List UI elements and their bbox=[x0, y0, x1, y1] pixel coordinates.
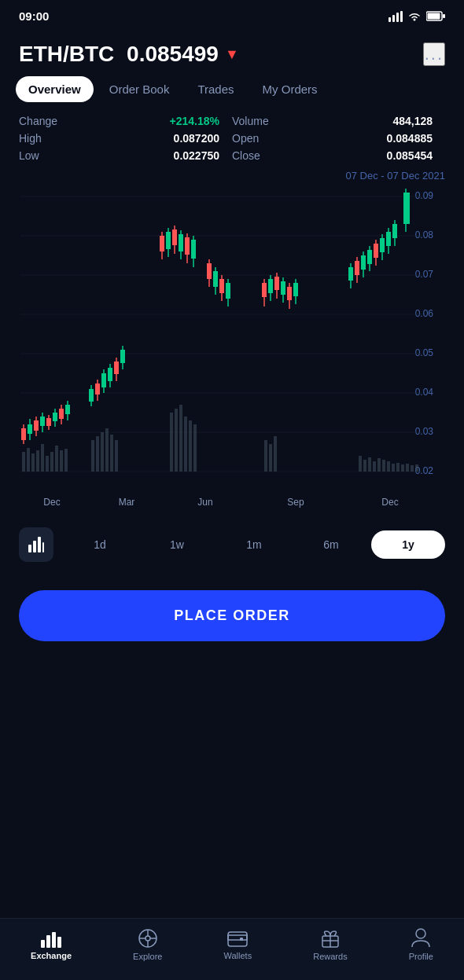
place-order-button[interactable]: PLACE ORDER bbox=[19, 590, 445, 641]
nav-explore[interactable]: Explore bbox=[133, 928, 162, 961]
status-icons bbox=[389, 11, 445, 22]
svg-rect-1 bbox=[392, 15, 395, 22]
svg-rect-107 bbox=[219, 279, 224, 293]
bottom-nav: Exchange Explore Wallets Rewards bbox=[0, 918, 464, 980]
svg-rect-161 bbox=[240, 938, 243, 941]
svg-rect-63 bbox=[21, 428, 26, 440]
svg-text:Sep: Sep bbox=[287, 497, 304, 508]
stat-volume: Volume 484,128 bbox=[232, 115, 445, 127]
pair-price[interactable]: ETH/BTC 0.085499 ▼ bbox=[19, 42, 239, 67]
svg-rect-33 bbox=[64, 449, 68, 472]
svg-rect-73 bbox=[53, 413, 57, 421]
time-btn-1w[interactable]: 1w bbox=[140, 530, 214, 559]
tab-trades[interactable]: Trades bbox=[185, 76, 246, 102]
signal-icon bbox=[389, 11, 403, 22]
svg-rect-51 bbox=[368, 457, 371, 472]
svg-rect-91 bbox=[160, 236, 164, 251]
svg-rect-26 bbox=[31, 453, 35, 472]
status-bar: 09:00 bbox=[0, 0, 464, 29]
svg-rect-89 bbox=[120, 350, 125, 363]
nav-exchange-label: Exchange bbox=[31, 951, 72, 960]
svg-rect-137 bbox=[392, 224, 397, 238]
svg-text:Mar: Mar bbox=[119, 497, 135, 508]
svg-rect-95 bbox=[172, 229, 177, 245]
pair-label: ETH/BTC 0.085499 bbox=[19, 42, 219, 67]
svg-rect-135 bbox=[386, 232, 391, 246]
stat-change: Change +214.18% bbox=[19, 115, 232, 127]
nav-wallets-label: Wallets bbox=[224, 951, 252, 960]
header: ETH/BTC 0.085499 ▼ ... bbox=[0, 29, 464, 76]
nav-profile[interactable]: Profile bbox=[409, 928, 433, 961]
nav-profile-label: Profile bbox=[409, 952, 433, 961]
svg-rect-59 bbox=[406, 464, 409, 472]
svg-rect-36 bbox=[101, 432, 104, 472]
svg-rect-105 bbox=[213, 271, 218, 287]
svg-rect-56 bbox=[392, 464, 395, 472]
svg-rect-32 bbox=[60, 450, 63, 472]
svg-rect-131 bbox=[374, 244, 378, 258]
svg-rect-30 bbox=[50, 452, 53, 472]
svg-text:0.06: 0.06 bbox=[415, 308, 434, 319]
rewards-icon bbox=[320, 928, 341, 949]
chart-date: 07 Dec - 07 Dec 2021 bbox=[0, 170, 464, 182]
svg-rect-151 bbox=[52, 932, 56, 948]
battery-icon bbox=[426, 11, 445, 21]
svg-rect-77 bbox=[65, 405, 70, 414]
time-btn-6m[interactable]: 6m bbox=[294, 530, 368, 559]
svg-rect-31 bbox=[55, 446, 58, 472]
svg-rect-24 bbox=[22, 452, 25, 472]
nav-rewards[interactable]: Rewards bbox=[313, 928, 347, 961]
wallets-icon bbox=[227, 929, 248, 948]
svg-rect-152 bbox=[57, 937, 61, 948]
svg-rect-145 bbox=[28, 545, 31, 552]
svg-rect-54 bbox=[382, 460, 385, 472]
svg-rect-45 bbox=[193, 424, 197, 472]
chart-type-button[interactable] bbox=[19, 527, 53, 562]
svg-rect-2 bbox=[396, 13, 399, 22]
svg-rect-101 bbox=[191, 240, 196, 259]
svg-rect-69 bbox=[40, 417, 45, 426]
svg-rect-34 bbox=[91, 440, 94, 472]
exchange-icon bbox=[40, 929, 62, 948]
svg-rect-6 bbox=[428, 13, 440, 20]
svg-rect-117 bbox=[281, 281, 285, 295]
svg-rect-37 bbox=[105, 428, 109, 472]
svg-rect-83 bbox=[101, 373, 106, 387]
svg-rect-109 bbox=[226, 283, 230, 299]
svg-rect-39 bbox=[115, 440, 118, 472]
svg-text:0.07: 0.07 bbox=[415, 269, 434, 280]
tab-myorders[interactable]: My Orders bbox=[250, 76, 330, 102]
tab-orderbook[interactable]: Order Book bbox=[97, 76, 182, 102]
svg-point-154 bbox=[145, 936, 150, 941]
svg-rect-103 bbox=[207, 263, 212, 279]
tab-overview[interactable]: Overview bbox=[16, 76, 94, 102]
time: 09:00 bbox=[19, 9, 49, 23]
svg-rect-111 bbox=[262, 283, 267, 297]
svg-rect-67 bbox=[34, 420, 39, 431]
more-button[interactable]: ... bbox=[423, 42, 445, 66]
svg-rect-85 bbox=[108, 368, 112, 381]
time-btn-1m[interactable]: 1m bbox=[217, 530, 291, 559]
svg-rect-119 bbox=[287, 287, 292, 300]
svg-rect-149 bbox=[41, 940, 45, 948]
svg-text:0.05: 0.05 bbox=[415, 347, 434, 358]
svg-rect-49 bbox=[359, 456, 362, 472]
svg-rect-28 bbox=[41, 444, 44, 472]
svg-rect-97 bbox=[179, 234, 183, 251]
svg-rect-125 bbox=[355, 261, 359, 275]
stat-high: High 0.087200 bbox=[19, 132, 232, 145]
nav-explore-label: Explore bbox=[133, 952, 162, 961]
svg-rect-57 bbox=[396, 463, 400, 472]
svg-rect-87 bbox=[114, 362, 119, 374]
stats-grid: Change +214.18% Volume 484,128 High 0.08… bbox=[0, 115, 464, 162]
nav-exchange[interactable]: Exchange bbox=[31, 929, 72, 960]
time-btn-1d[interactable]: 1d bbox=[63, 530, 137, 559]
svg-rect-81 bbox=[95, 384, 100, 395]
svg-rect-46 bbox=[264, 440, 267, 472]
wifi-icon bbox=[407, 11, 422, 22]
time-btn-1y[interactable]: 1y bbox=[371, 530, 445, 559]
svg-rect-53 bbox=[377, 458, 381, 472]
stat-open: Open 0.084885 bbox=[232, 132, 445, 145]
nav-wallets[interactable]: Wallets bbox=[224, 929, 252, 960]
svg-rect-121 bbox=[293, 283, 298, 296]
